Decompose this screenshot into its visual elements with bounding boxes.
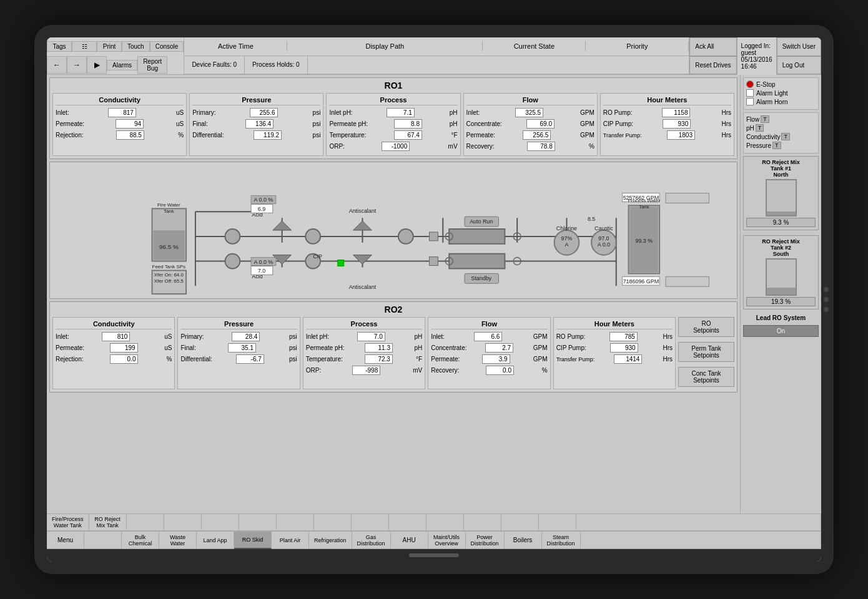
ro2-hour-cip-pump-unit: Hrs [663,344,673,351]
ro2-conductivity-rejection-unit: % [167,356,172,363]
svg-text:7.0: 7.0 [258,268,265,274]
calculator-button[interactable]: ☷ [72,41,97,52]
estop-light [746,80,754,88]
print-button[interactable]: Print [97,41,122,52]
svg-text:Chlorine: Chlorine [556,225,577,231]
ro2-hour-transfer-pump-label: Transfer Pump: [556,356,595,363]
estop-label: E-Stop [756,81,776,88]
ro1-pressure-primary-row: Primary: 255.6 psi [192,108,320,117]
nav-bulk-chemical[interactable]: Bulk Chemical [122,532,159,549]
svg-text:CIP: CIP [313,253,322,260]
ro2-metrics: Conductivity Inlet: 810 uS Permeate: 199… [52,317,734,389]
ro1-flow-inlet-label: Inlet: [466,109,480,116]
nav-gas-distribution[interactable]: Gas Distribution [352,532,391,549]
nav-ahu[interactable]: AHU [391,532,428,549]
nav-top-9 [352,514,389,531]
ro2-hour-cip-pump-row: CIP Pump: 930 Hrs [556,343,673,353]
user-actions: Switch User Log Out [777,37,821,74]
ro2-flow-permeate-value: 3.9 [482,354,510,364]
conc-tank-setpoints-button[interactable]: Conc Tank Setpoints [678,367,734,387]
ro2-flow-recovery-value: 0.0 [486,366,514,375]
nav-waste-water[interactable]: Waste Water [159,532,197,549]
svg-point-18 [225,229,240,244]
nav-ro-skid[interactable]: RO Skid [234,532,272,549]
ro1-process-inlet-ph-row: Inlet pH: 7.1 pH [329,108,457,117]
reject-tank-2-visual [766,258,797,296]
ro2-pressure-final-unit: psi [289,344,297,351]
nav-steam-distribution[interactable]: Steam Distribution [542,532,581,549]
nav-boilers[interactable]: Boilers [505,532,542,549]
ro1-hour-cip-pump-label: CIP Pump: [603,120,633,127]
ro2-hour-meters: Hour Meters RO Pump: 785 Hrs CIP Pump: 9… [553,317,676,389]
svg-rect-13 [666,276,709,286]
nav-refrigeration[interactable]: Refrigeration [309,532,352,549]
back-button[interactable]: ← [47,56,67,74]
alarms-button[interactable]: Alarms [107,60,137,71]
ro1-conductivity-rejection-unit: % [178,132,184,139]
ro2-process-orp-value: -998 [352,366,380,375]
display-path-header: Display Path [287,41,483,51]
svg-text:A 0.0 %: A 0.0 % [254,259,274,265]
nav-plant-air[interactable]: Plant Air [272,532,309,549]
logged-section: Logged In: guest 05/13/2016 16:46 Switch… [737,37,821,74]
nav-top-4 [164,514,202,531]
svg-text:A: A [565,241,568,248]
ro2-process-temp-row: Temperature: 72.3 °F [306,354,422,364]
ro1-pressure-final-label: Final: [192,120,207,127]
nav-maint-utils[interactable]: Maint/Utils Overview [428,532,466,549]
ro1-process-inlet-ph-value: 7.1 [387,108,415,117]
tags-button[interactable]: Tags [47,41,72,52]
report-bug-button[interactable]: Report Bug [137,56,167,74]
ro1-flow-permeate-unit: GPM [580,132,594,139]
touch-button[interactable]: Touch [122,41,150,52]
svg-text:99.3 %: 99.3 % [635,238,653,244]
ro2-hour-ro-pump-label: RO Pump: [556,333,586,340]
ro2-conductivity-permeate-value: 199 [110,343,138,353]
svg-rect-27 [449,229,505,244]
ro1-pressure-diff-label: Differential: [192,132,224,139]
ro2-pressure-primary-label: Primary: [180,333,204,340]
nav-top-14 [539,514,576,531]
ack-all-button[interactable]: Ack All [689,37,736,56]
nav-top-6 [239,514,277,531]
ro1-process: Process Inlet pH: 7.1 pH Permeate pH: 8.… [326,93,460,156]
ro1-process-permeate-ph-value: 8.8 [394,119,422,129]
video-button[interactable]: ▶ [87,56,107,74]
ro2-hour-transfer-pump-value: 1414 [614,354,642,364]
nav-top-5 [202,514,239,531]
ro1-title: RO1 [52,80,734,90]
ro2-conductivity-inlet-unit: uS [164,333,172,340]
forward-button[interactable]: → [67,56,87,74]
nav-fire-water-tank[interactable]: Fire/Process Water Tank [47,514,89,531]
alarm-light-label: Alarm Light [756,90,788,97]
ro1-hour-ro-pump-row: RO Pump: 1158 Hrs [603,108,731,117]
ro2-conductivity-rejection-row: Rejection: 0.0 % [56,354,172,364]
ro2-flow-concentrate-row: Concentrate: 2.7 GPM [431,343,547,353]
ro2-hour-ro-pump-unit: Hrs [663,333,673,340]
switch-user-button[interactable]: Switch User [777,37,821,56]
ro2-flow-recovery-label: Recovery: [431,367,459,374]
perm-tank-setpoints-button[interactable]: Perm Tank Setpoints [678,342,734,362]
ro2-flow-permeate-row: Permeate: 3.9 GPM [431,354,547,364]
time-label: 16:46 [741,63,772,70]
nav-land-app[interactable]: Land App [197,532,234,549]
lead-ro-button[interactable]: On [743,325,819,337]
nav-ro-reject-mix-tank[interactable]: RO Reject Mix Tank [89,514,127,531]
ro1-pressure-diff-unit: psi [313,132,321,139]
reset-drives-button[interactable]: Reset Drives [689,56,736,75]
pressure-label: Pressure [746,142,771,149]
nav-power-distribution[interactable]: Power Distribution [466,532,505,549]
bottom-nav-bottom: Menu Bulk Chemical Waste Water Land App … [47,532,821,549]
process-svg: 96.5 % [50,162,737,298]
svg-text:Tank: Tank [639,204,649,210]
alarm-area: Active Time Display Path Current State P… [184,37,689,74]
ro1-process-inlet-ph-label: Inlet pH: [329,109,352,116]
ro2-process-inlet-ph-unit: pH [414,333,422,340]
console-button[interactable]: Console [150,41,184,52]
log-out-button[interactable]: Log Out [777,56,821,75]
ro2-flow: Flow Inlet: 6.6 GPM Concentrate: 2.7 GPM [428,317,550,389]
screen: Tags ☷ Print Touch Console ← → ▶ Alarms … [47,37,821,562]
conductivity-t-badge: T [781,133,790,140]
nav-menu[interactable]: Menu [47,532,84,549]
ro-setpoints-button[interactable]: RO Setpoints [678,317,734,337]
